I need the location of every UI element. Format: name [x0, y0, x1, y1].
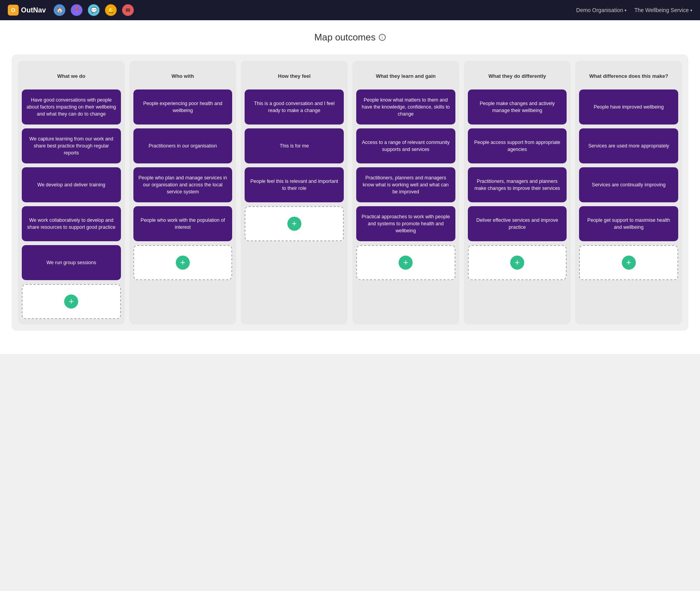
card-what-we-do-0[interactable]: Have good conversations with people abou…: [22, 89, 121, 125]
demo-org-chevron: ▾: [625, 8, 626, 12]
add-card-what-they-do[interactable]: +: [468, 245, 567, 280]
home-icon[interactable]: 🏠: [54, 4, 65, 16]
card-how-they-feel-0[interactable]: This is a good conversation and I feel r…: [245, 89, 344, 125]
card-what-difference-1[interactable]: Services are used more appropriately: [579, 128, 678, 163]
add-card-what-difference[interactable]: +: [579, 245, 678, 280]
card-who-with-2[interactable]: People who plan and manage services in o…: [133, 167, 233, 202]
logo-text: OutNav: [21, 6, 46, 14]
add-card-what-we-do[interactable]: +: [22, 284, 121, 319]
card-how-they-feel-1[interactable]: This is for me: [245, 128, 344, 163]
card-what-they-do-0[interactable]: People make changes and actively manage …: [468, 89, 567, 125]
add-card-what-they-learn[interactable]: +: [356, 245, 455, 280]
card-what-they-do-2[interactable]: Practitioners, managers and planners mak…: [468, 167, 567, 202]
column-header-what-difference: What difference does this make?: [579, 66, 678, 86]
alert-icon[interactable]: 🔔: [105, 4, 117, 16]
column-header-what-we-do: What we do: [22, 66, 121, 86]
card-what-they-learn-0[interactable]: People know what matters to them and hav…: [356, 89, 455, 125]
add-button-what-they-learn[interactable]: +: [399, 256, 413, 270]
chat-icon[interactable]: 💬: [88, 4, 100, 16]
card-what-difference-2[interactable]: Services are continually improving: [579, 167, 678, 202]
card-how-they-feel-2[interactable]: People feel this is relevant and importa…: [245, 167, 344, 202]
card-what-we-do-4[interactable]: We run group sessions: [22, 245, 121, 280]
card-who-with-3[interactable]: People who work with the population of i…: [133, 206, 233, 241]
mail-icon[interactable]: ✉: [122, 4, 134, 16]
column-what-they-do: What they do differentlyPeople make chan…: [464, 61, 571, 324]
column-header-what-they-learn: What they learn and gain: [356, 66, 455, 86]
logo[interactable]: O OutNav: [8, 5, 46, 16]
card-what-we-do-2[interactable]: We develop and deliver training: [22, 167, 121, 202]
navbar-left: O OutNav 🏠 📍 💬 🔔 ✉: [8, 4, 134, 16]
add-button-what-we-do[interactable]: +: [64, 295, 78, 309]
card-who-with-1[interactable]: Practitioners in our organisation: [133, 128, 233, 163]
columns-container: What we doHave good conversations with p…: [12, 54, 688, 331]
card-what-they-do-3[interactable]: Deliver effective services and improve p…: [468, 206, 567, 241]
card-what-we-do-3[interactable]: We work collaboratively to develop and s…: [22, 206, 121, 241]
info-icon[interactable]: i: [379, 34, 386, 41]
add-button-what-difference[interactable]: +: [622, 256, 636, 270]
demo-org-label: Demo Organisation: [576, 7, 623, 13]
page-title-text: Map outcomes: [314, 32, 375, 43]
wellbeing-service-label: The Wellbeing Service: [634, 7, 689, 13]
wellbeing-service-chevron: ▾: [690, 8, 692, 12]
main-content: Map outcomes i What we doHave good conve…: [0, 20, 700, 354]
card-what-difference-0[interactable]: People have improved wellbeing: [579, 89, 678, 125]
column-header-who-with: Who with: [133, 66, 233, 86]
column-header-what-they-do: What they do differently: [468, 66, 567, 86]
card-who-with-0[interactable]: People experiencing poor health and well…: [133, 89, 233, 125]
column-who-with: Who withPeople experiencing poor health …: [130, 61, 236, 324]
column-what-we-do: What we doHave good conversations with p…: [18, 61, 125, 324]
column-header-how-they-feel: How they feel: [245, 66, 344, 86]
nav-icons: 🏠 📍 💬 🔔 ✉: [54, 4, 134, 16]
card-what-they-learn-1[interactable]: Access to a range of relevant community …: [356, 128, 455, 163]
card-what-we-do-1[interactable]: We capture learning from our work and sh…: [22, 128, 121, 163]
add-button-who-with[interactable]: +: [176, 256, 190, 270]
column-what-difference: What difference does this make?People ha…: [575, 61, 682, 324]
column-how-they-feel: How they feelThis is a good conversation…: [241, 61, 348, 324]
navbar-right: Demo Organisation ▾ The Wellbeing Servic…: [576, 7, 692, 13]
column-what-they-learn: What they learn and gainPeople know what…: [352, 61, 459, 324]
add-button-what-they-do[interactable]: +: [510, 256, 524, 270]
logo-icon: O: [8, 5, 19, 16]
add-card-who-with[interactable]: +: [133, 245, 233, 280]
demo-org-menu[interactable]: Demo Organisation ▾: [576, 7, 627, 13]
navbar: O OutNav 🏠 📍 💬 🔔 ✉ Demo Organisation ▾ T…: [0, 0, 700, 20]
page-title: Map outcomes i: [12, 32, 688, 43]
card-what-they-learn-3[interactable]: Practical approaches to work with people…: [356, 206, 455, 241]
location-icon[interactable]: 📍: [71, 4, 82, 16]
add-button-how-they-feel[interactable]: +: [287, 217, 301, 231]
card-what-they-do-1[interactable]: People access support from appropriate a…: [468, 128, 567, 163]
card-what-they-learn-2[interactable]: Practitioners, planners and managers kno…: [356, 167, 455, 202]
add-card-how-they-feel[interactable]: +: [245, 206, 344, 241]
card-what-difference-3[interactable]: People get support to maximise health an…: [579, 206, 678, 241]
wellbeing-service-menu[interactable]: The Wellbeing Service ▾: [634, 7, 692, 13]
